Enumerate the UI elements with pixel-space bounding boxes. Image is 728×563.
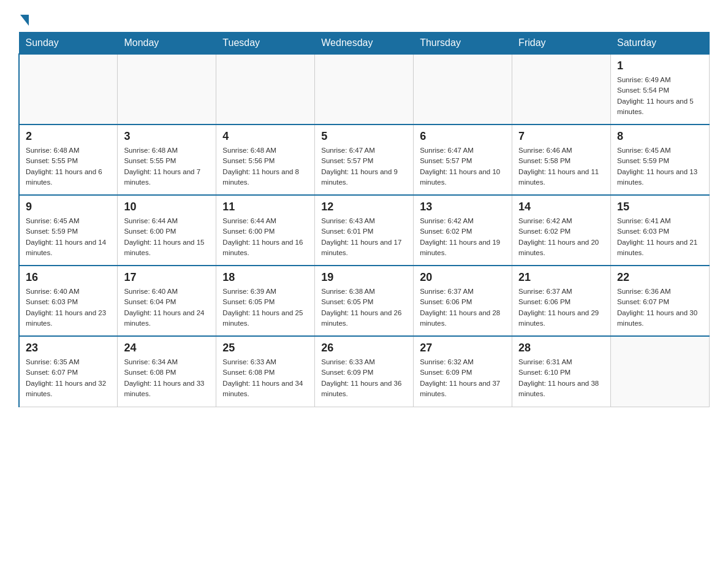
weekday-header: Monday bbox=[118, 33, 216, 55]
weekday-header: Tuesday bbox=[216, 33, 315, 55]
day-info: Sunrise: 6:44 AMSunset: 6:00 PMDaylight:… bbox=[124, 216, 210, 258]
day-info: Sunrise: 6:49 AMSunset: 5:54 PMDaylight:… bbox=[617, 75, 703, 117]
day-number: 24 bbox=[124, 342, 210, 354]
day-number: 18 bbox=[222, 271, 308, 284]
calendar-day-cell: 6Sunrise: 6:47 AMSunset: 5:57 PMDaylight… bbox=[414, 124, 512, 195]
page-header bbox=[18, 12, 710, 26]
day-number: 4 bbox=[222, 130, 308, 143]
calendar-day-cell bbox=[414, 54, 512, 124]
day-number: 12 bbox=[321, 201, 407, 213]
calendar-day-cell bbox=[118, 54, 216, 124]
day-info: Sunrise: 6:48 AMSunset: 5:55 PMDaylight:… bbox=[124, 145, 210, 188]
day-number: 8 bbox=[617, 130, 703, 143]
day-number: 1 bbox=[617, 59, 703, 72]
day-info: Sunrise: 6:48 AMSunset: 5:56 PMDaylight:… bbox=[222, 145, 308, 188]
day-info: Sunrise: 6:46 AMSunset: 5:58 PMDaylight:… bbox=[518, 145, 604, 188]
day-info: Sunrise: 6:34 AMSunset: 6:08 PMDaylight:… bbox=[124, 357, 210, 399]
logo-general-text bbox=[18, 12, 29, 26]
day-info: Sunrise: 6:37 AMSunset: 6:06 PMDaylight:… bbox=[420, 286, 506, 329]
calendar-day-cell: 28Sunrise: 6:31 AMSunset: 6:10 PMDayligh… bbox=[512, 336, 611, 407]
logo bbox=[18, 12, 29, 26]
calendar-week-row: 16Sunrise: 6:40 AMSunset: 6:03 PMDayligh… bbox=[19, 266, 710, 336]
day-info: Sunrise: 6:47 AMSunset: 5:57 PMDaylight:… bbox=[420, 145, 506, 188]
day-number: 15 bbox=[617, 201, 703, 213]
weekday-header: Thursday bbox=[414, 33, 512, 55]
calendar-day-cell: 21Sunrise: 6:37 AMSunset: 6:06 PMDayligh… bbox=[512, 266, 611, 336]
calendar-day-cell: 25Sunrise: 6:33 AMSunset: 6:08 PMDayligh… bbox=[216, 336, 315, 407]
day-number: 23 bbox=[26, 342, 111, 354]
calendar-day-cell: 8Sunrise: 6:45 AMSunset: 5:59 PMDaylight… bbox=[611, 124, 710, 195]
calendar-day-cell: 3Sunrise: 6:48 AMSunset: 5:55 PMDaylight… bbox=[118, 124, 216, 195]
day-info: Sunrise: 6:37 AMSunset: 6:06 PMDaylight:… bbox=[518, 286, 604, 329]
calendar-table: SundayMondayTuesdayWednesdayThursdayFrid… bbox=[18, 32, 710, 407]
calendar-day-cell: 13Sunrise: 6:42 AMSunset: 6:02 PMDayligh… bbox=[414, 195, 512, 266]
calendar-day-cell: 20Sunrise: 6:37 AMSunset: 6:06 PMDayligh… bbox=[414, 266, 512, 336]
calendar-day-cell: 12Sunrise: 6:43 AMSunset: 6:01 PMDayligh… bbox=[315, 195, 414, 266]
day-info: Sunrise: 6:33 AMSunset: 6:08 PMDaylight:… bbox=[222, 357, 308, 399]
day-info: Sunrise: 6:43 AMSunset: 6:01 PMDaylight:… bbox=[321, 216, 407, 258]
day-number: 25 bbox=[222, 342, 308, 354]
weekday-header-row: SundayMondayTuesdayWednesdayThursdayFrid… bbox=[19, 33, 710, 55]
calendar-day-cell: 27Sunrise: 6:32 AMSunset: 6:09 PMDayligh… bbox=[414, 336, 512, 407]
calendar-day-cell: 18Sunrise: 6:39 AMSunset: 6:05 PMDayligh… bbox=[216, 266, 315, 336]
calendar-day-cell bbox=[315, 54, 414, 124]
logo-triangle-icon bbox=[20, 15, 29, 26]
calendar-week-row: 23Sunrise: 6:35 AMSunset: 6:07 PMDayligh… bbox=[19, 336, 710, 407]
day-number: 17 bbox=[124, 271, 210, 284]
calendar-day-cell: 19Sunrise: 6:38 AMSunset: 6:05 PMDayligh… bbox=[315, 266, 414, 336]
day-number: 14 bbox=[518, 201, 604, 213]
day-number: 11 bbox=[222, 201, 308, 213]
calendar-day-cell: 7Sunrise: 6:46 AMSunset: 5:58 PMDaylight… bbox=[512, 124, 611, 195]
calendar-day-cell: 9Sunrise: 6:45 AMSunset: 5:59 PMDaylight… bbox=[19, 195, 118, 266]
day-number: 22 bbox=[617, 271, 703, 284]
calendar-day-cell: 11Sunrise: 6:44 AMSunset: 6:00 PMDayligh… bbox=[216, 195, 315, 266]
day-info: Sunrise: 6:38 AMSunset: 6:05 PMDaylight:… bbox=[321, 286, 407, 329]
day-info: Sunrise: 6:40 AMSunset: 6:04 PMDaylight:… bbox=[124, 286, 210, 329]
day-info: Sunrise: 6:32 AMSunset: 6:09 PMDaylight:… bbox=[420, 357, 506, 399]
calendar-day-cell bbox=[611, 336, 710, 407]
day-info: Sunrise: 6:39 AMSunset: 6:05 PMDaylight:… bbox=[222, 286, 308, 329]
day-info: Sunrise: 6:47 AMSunset: 5:57 PMDaylight:… bbox=[321, 145, 407, 188]
day-number: 7 bbox=[518, 130, 604, 143]
weekday-header: Sunday bbox=[19, 33, 118, 55]
day-number: 13 bbox=[420, 201, 506, 213]
day-number: 2 bbox=[26, 130, 111, 143]
day-number: 20 bbox=[420, 271, 506, 284]
day-number: 10 bbox=[124, 201, 210, 213]
day-info: Sunrise: 6:35 AMSunset: 6:07 PMDaylight:… bbox=[26, 357, 111, 399]
day-info: Sunrise: 6:31 AMSunset: 6:10 PMDaylight:… bbox=[518, 357, 604, 399]
day-number: 27 bbox=[420, 342, 506, 354]
calendar-day-cell: 17Sunrise: 6:40 AMSunset: 6:04 PMDayligh… bbox=[118, 266, 216, 336]
day-info: Sunrise: 6:33 AMSunset: 6:09 PMDaylight:… bbox=[321, 357, 407, 399]
day-info: Sunrise: 6:40 AMSunset: 6:03 PMDaylight:… bbox=[26, 286, 111, 329]
calendar-day-cell: 22Sunrise: 6:36 AMSunset: 6:07 PMDayligh… bbox=[611, 266, 710, 336]
day-info: Sunrise: 6:42 AMSunset: 6:02 PMDaylight:… bbox=[420, 216, 506, 258]
day-info: Sunrise: 6:42 AMSunset: 6:02 PMDaylight:… bbox=[518, 216, 604, 258]
day-number: 28 bbox=[518, 342, 604, 354]
day-number: 3 bbox=[124, 130, 210, 143]
calendar-day-cell: 26Sunrise: 6:33 AMSunset: 6:09 PMDayligh… bbox=[315, 336, 414, 407]
weekday-header: Saturday bbox=[611, 33, 710, 55]
calendar-day-cell: 5Sunrise: 6:47 AMSunset: 5:57 PMDaylight… bbox=[315, 124, 414, 195]
weekday-header: Wednesday bbox=[315, 33, 414, 55]
calendar-day-cell: 1Sunrise: 6:49 AMSunset: 5:54 PMDaylight… bbox=[611, 54, 710, 124]
calendar-day-cell: 10Sunrise: 6:44 AMSunset: 6:00 PMDayligh… bbox=[118, 195, 216, 266]
calendar-body: 1Sunrise: 6:49 AMSunset: 5:54 PMDaylight… bbox=[19, 54, 710, 407]
calendar-week-row: 2Sunrise: 6:48 AMSunset: 5:55 PMDaylight… bbox=[19, 124, 710, 195]
day-info: Sunrise: 6:45 AMSunset: 5:59 PMDaylight:… bbox=[26, 216, 111, 258]
day-info: Sunrise: 6:36 AMSunset: 6:07 PMDaylight:… bbox=[617, 286, 703, 329]
calendar-day-cell: 15Sunrise: 6:41 AMSunset: 6:03 PMDayligh… bbox=[611, 195, 710, 266]
calendar-week-row: 1Sunrise: 6:49 AMSunset: 5:54 PMDaylight… bbox=[19, 54, 710, 124]
day-number: 5 bbox=[321, 130, 407, 143]
day-info: Sunrise: 6:45 AMSunset: 5:59 PMDaylight:… bbox=[617, 145, 703, 188]
calendar-day-cell bbox=[19, 54, 118, 124]
calendar-header: SundayMondayTuesdayWednesdayThursdayFrid… bbox=[19, 33, 710, 55]
day-number: 21 bbox=[518, 271, 604, 284]
calendar-week-row: 9Sunrise: 6:45 AMSunset: 5:59 PMDaylight… bbox=[19, 195, 710, 266]
calendar-day-cell: 14Sunrise: 6:42 AMSunset: 6:02 PMDayligh… bbox=[512, 195, 611, 266]
calendar-day-cell bbox=[216, 54, 315, 124]
calendar-day-cell: 4Sunrise: 6:48 AMSunset: 5:56 PMDaylight… bbox=[216, 124, 315, 195]
calendar-day-cell: 24Sunrise: 6:34 AMSunset: 6:08 PMDayligh… bbox=[118, 336, 216, 407]
day-number: 9 bbox=[26, 201, 111, 213]
weekday-header: Friday bbox=[512, 33, 611, 55]
